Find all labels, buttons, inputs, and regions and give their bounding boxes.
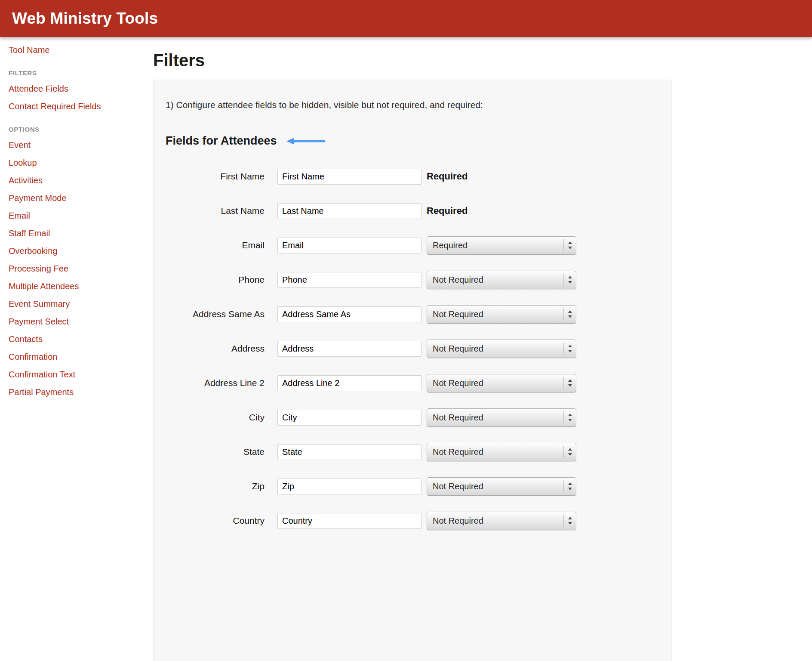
field-name-input[interactable] (277, 444, 421, 460)
sidebar-item[interactable]: Contact Required Fields (9, 98, 151, 115)
sidebar-item[interactable]: Lookup (9, 154, 151, 172)
field-name-input[interactable] (277, 410, 421, 426)
requirement-label: Required (427, 205, 468, 216)
field-name-input[interactable] (277, 479, 421, 494)
field-label: Address Line 2 (166, 378, 277, 388)
field-name-input[interactable] (277, 341, 421, 357)
sidebar-item-tool-name[interactable]: Tool Name (9, 41, 151, 59)
field-label: Zip (166, 481, 277, 491)
select-stepper-icon (563, 411, 573, 423)
app-header: Web Ministry Tools (0, 0, 812, 37)
field-label: City (166, 412, 277, 423)
sidebar-item[interactable]: Staff Email (9, 225, 151, 242)
attendee-field-row: Zip Not Required (166, 477, 658, 495)
field-name-input[interactable] (277, 203, 421, 219)
requirement-select[interactable]: Not Required (427, 477, 576, 496)
field-label: Email (166, 240, 277, 250)
sidebar-item[interactable]: Attendee Fields (9, 80, 151, 98)
attendee-field-row: Address Line 2 Not Required (166, 374, 658, 392)
requirement-select[interactable]: Not Required (427, 408, 576, 427)
attendee-field-row: Last Name Required (166, 202, 658, 220)
requirement-select[interactable]: Required (427, 236, 576, 255)
attendee-field-row: First Name Required (166, 167, 658, 185)
sidebar-item[interactable]: Contacts (9, 330, 151, 348)
sidebar-heading-filters: FILTERS (9, 69, 151, 77)
sidebar-section-options: OPTIONS Event Lookup Activities Payment … (9, 126, 151, 401)
requirement-select[interactable]: Not Required (427, 305, 576, 324)
sidebar-item[interactable]: Processing Fee (9, 260, 151, 278)
attendee-field-row: Email Required (166, 236, 658, 254)
select-stepper-icon (563, 446, 573, 458)
requirement-select[interactable]: Not Required (427, 374, 576, 392)
field-name-input[interactable] (277, 513, 421, 529)
field-label: Last Name (166, 206, 277, 216)
sidebar-item[interactable]: Overbooking (9, 242, 151, 260)
requirement-select[interactable]: Not Required (427, 271, 576, 289)
sidebar-item[interactable]: Event Summary (9, 295, 151, 313)
page-title: Filters (153, 51, 812, 70)
field-name-input[interactable] (277, 169, 421, 185)
attendee-field-row: State Not Required (166, 443, 658, 461)
field-label: Address Same As (166, 309, 277, 319)
attendee-field-row: Phone Not Required (166, 271, 658, 289)
select-stepper-icon (563, 239, 573, 251)
field-label: Address (166, 343, 277, 354)
select-stepper-icon (563, 274, 573, 286)
field-name-input[interactable] (277, 306, 421, 322)
requirement-select[interactable]: Not Required (427, 340, 576, 358)
instruction-text: 1) Configure attendee fields to be hidde… (166, 100, 658, 110)
attendee-field-row: Address Same As Not Required (166, 305, 658, 323)
field-label: Phone (166, 275, 277, 285)
select-stepper-icon (563, 343, 573, 355)
sidebar-item[interactable]: Payment Mode (9, 189, 151, 207)
select-stepper-icon (563, 515, 573, 527)
left-arrow-icon (286, 137, 326, 145)
select-stepper-icon (563, 480, 573, 492)
section-title: Fields for Attendees (166, 134, 277, 148)
sidebar-item[interactable]: Activities (9, 172, 151, 189)
select-stepper-icon (563, 308, 573, 320)
sidebar-item[interactable]: Partial Payments (9, 383, 151, 401)
requirement-label: Required (427, 171, 468, 182)
app-title: Web Ministry Tools (12, 9, 158, 28)
field-label: Country (166, 516, 277, 526)
sidebar-heading-options: OPTIONS (9, 126, 151, 133)
field-name-input[interactable] (277, 238, 421, 253)
requirement-select[interactable]: Not Required (427, 512, 576, 530)
field-label: State (166, 447, 277, 457)
sidebar-item[interactable]: Multiple Attendees (9, 278, 151, 295)
attendee-fields-list: First Name Required Last Name Required E… (166, 167, 658, 530)
select-stepper-icon (563, 377, 573, 389)
sidebar-item[interactable]: Confirmation (9, 348, 151, 366)
sidebar-options-list: Event Lookup Activities Payment Mode Ema… (9, 136, 151, 401)
sidebar-item[interactable]: Confirmation Text (9, 366, 151, 383)
sidebar-item[interactable]: Payment Select (9, 313, 151, 330)
attendee-field-row: Country Not Required (166, 512, 658, 530)
sidebar-section-filters: FILTERS Attendee Fields Contact Required… (9, 69, 151, 115)
filters-panel: 1) Configure attendee fields to be hidde… (153, 80, 672, 661)
sidebar-item[interactable]: Email (9, 207, 151, 225)
main-content: Filters 1) Configure attendee fields to … (151, 37, 812, 661)
attendee-field-row: City Not Required (166, 408, 658, 426)
attendee-field-row: Address Not Required (166, 340, 658, 358)
sidebar: Tool Name FILTERS Attendee Fields Contac… (0, 37, 151, 418)
field-label: First Name (166, 171, 277, 182)
sidebar-item[interactable]: Event (9, 136, 151, 154)
field-name-input[interactable] (277, 272, 421, 288)
sidebar-filters-list: Attendee Fields Contact Required Fields (9, 80, 151, 115)
requirement-select[interactable]: Not Required (427, 443, 576, 461)
field-name-input[interactable] (277, 375, 421, 391)
